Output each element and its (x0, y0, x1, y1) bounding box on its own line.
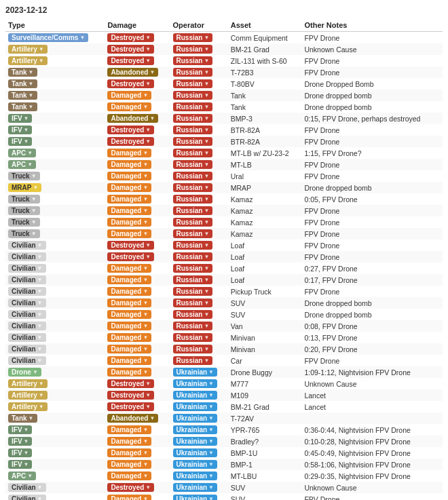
damage-cell[interactable]: Abandoned ▼ (105, 113, 170, 124)
operator-cell[interactable]: Ukrainian ▼ (170, 401, 228, 412)
operator-badge[interactable]: Russian ▼ (173, 275, 213, 284)
damage-cell[interactable]: Damaged ▼ (105, 286, 170, 297)
operator-badge[interactable]: Russian ▼ (173, 345, 213, 353)
damage-badge[interactable]: Damaged ▼ (107, 448, 151, 457)
operator-badge[interactable]: Russian ▼ (173, 252, 213, 261)
operator-cell[interactable]: Ukrainian ▼ (170, 470, 228, 482)
damage-cell[interactable]: Damaged ▼ (105, 228, 170, 239)
damage-cell[interactable]: Damaged ▼ (105, 355, 170, 366)
operator-cell[interactable]: Russian ▼ (170, 78, 228, 90)
damage-badge[interactable]: Damaged ▼ (107, 472, 151, 480)
operator-cell[interactable]: Russian ▼ (170, 205, 228, 216)
type-cell[interactable]: IFV ▼ (5, 136, 105, 147)
type-badge[interactable]: IFV ▼ (8, 437, 32, 446)
damage-cell[interactable]: Destroyed ▼ (105, 78, 170, 90)
type-cell[interactable]: APC ▼ (5, 470, 105, 482)
damage-badge[interactable]: Destroyed ▼ (107, 45, 154, 54)
type-badge[interactable]: Civilian ▼ (8, 241, 46, 250)
type-cell[interactable]: Tank ▼ (5, 101, 105, 113)
type-badge[interactable]: Tank ▼ (8, 102, 37, 111)
operator-cell[interactable]: Ukrainian ▼ (170, 412, 228, 424)
operator-cell[interactable]: Ukrainian ▼ (170, 424, 228, 436)
type-badge[interactable]: MRAP ▼ (8, 183, 41, 192)
operator-cell[interactable]: Russian ▼ (170, 113, 228, 124)
operator-badge[interactable]: Russian ▼ (173, 91, 213, 100)
damage-cell[interactable]: Damaged ▼ (105, 90, 170, 101)
damage-badge[interactable]: Damaged ▼ (107, 91, 151, 100)
operator-cell[interactable]: Russian ▼ (170, 216, 228, 228)
operator-cell[interactable]: Russian ▼ (170, 159, 228, 170)
type-cell[interactable]: MRAP ▼ (5, 182, 105, 193)
operator-cell[interactable]: Russian ▼ (170, 90, 228, 101)
damage-badge[interactable]: Destroyed ▼ (107, 402, 154, 411)
type-badge[interactable]: Artillery ▼ (8, 391, 48, 400)
damage-badge[interactable]: Damaged ▼ (107, 460, 151, 469)
type-cell[interactable]: Artillery ▼ (5, 401, 105, 412)
type-cell[interactable]: Truck ▼ (5, 193, 105, 205)
operator-badge[interactable]: Russian ▼ (173, 229, 213, 238)
operator-badge[interactable]: Russian ▼ (173, 172, 213, 180)
damage-badge[interactable]: Damaged ▼ (107, 345, 151, 353)
operator-badge[interactable]: Russian ▼ (173, 56, 213, 65)
type-badge[interactable]: Truck ▼ (8, 172, 40, 180)
type-badge[interactable]: Civilian ▼ (8, 252, 46, 261)
damage-badge[interactable]: Damaged ▼ (107, 229, 151, 238)
operator-badge[interactable]: Russian ▼ (173, 310, 213, 319)
damage-badge[interactable]: Damaged ▼ (107, 206, 151, 215)
operator-badge[interactable]: Russian ▼ (173, 68, 213, 77)
type-badge[interactable]: IFV ▼ (8, 425, 32, 434)
type-badge[interactable]: Tank ▼ (8, 414, 37, 423)
operator-cell[interactable]: Russian ▼ (170, 147, 228, 159)
damage-cell[interactable]: Abandoned ▼ (105, 66, 170, 78)
operator-cell[interactable]: Russian ▼ (170, 32, 228, 44)
damage-badge[interactable]: Damaged ▼ (107, 172, 151, 180)
damage-cell[interactable]: Damaged ▼ (105, 297, 170, 309)
operator-badge[interactable]: Russian ▼ (173, 206, 213, 215)
operator-cell[interactable]: Russian ▼ (170, 55, 228, 66)
operator-cell[interactable]: Russian ▼ (170, 332, 228, 343)
type-cell[interactable]: IFV ▼ (5, 459, 105, 470)
type-cell[interactable]: Truck ▼ (5, 170, 105, 182)
damage-badge[interactable]: Damaged ▼ (107, 218, 151, 227)
damage-badge[interactable]: Damaged ▼ (107, 356, 151, 365)
type-badge[interactable]: Artillery ▼ (8, 402, 48, 411)
operator-cell[interactable]: Ukrainian ▼ (170, 493, 228, 500)
damage-badge[interactable]: Abandoned ▼ (107, 68, 158, 77)
damage-cell[interactable]: Destroyed ▼ (105, 389, 170, 401)
type-cell[interactable]: IFV ▼ (5, 447, 105, 459)
operator-badge[interactable]: Russian ▼ (173, 287, 213, 296)
type-badge[interactable]: Civilian ▼ (8, 264, 46, 273)
type-badge[interactable]: Truck ▼ (8, 206, 40, 215)
damage-cell[interactable]: Destroyed ▼ (105, 32, 170, 44)
operator-badge[interactable]: Russian ▼ (173, 356, 213, 365)
damage-badge[interactable]: Damaged ▼ (107, 310, 151, 319)
damage-cell[interactable]: Destroyed ▼ (105, 136, 170, 147)
operator-cell[interactable]: Russian ▼ (170, 193, 228, 205)
operator-badge[interactable]: Russian ▼ (173, 160, 213, 169)
type-cell[interactable]: Artillery ▼ (5, 378, 105, 389)
damage-badge[interactable]: Destroyed ▼ (107, 379, 154, 388)
operator-badge[interactable]: Ukrainian ▼ (173, 472, 218, 480)
type-cell[interactable]: Civilian ▼ (5, 251, 105, 263)
type-badge[interactable]: Truck ▼ (8, 195, 40, 204)
damage-cell[interactable]: Damaged ▼ (105, 470, 170, 482)
operator-cell[interactable]: Russian ▼ (170, 66, 228, 78)
damage-badge[interactable]: Destroyed ▼ (107, 391, 154, 400)
damage-badge[interactable]: Destroyed ▼ (107, 252, 154, 261)
operator-badge[interactable]: Russian ▼ (173, 79, 213, 88)
damage-cell[interactable]: Damaged ▼ (105, 332, 170, 343)
damage-cell[interactable]: Damaged ▼ (105, 205, 170, 216)
type-cell[interactable]: IFV ▼ (5, 124, 105, 136)
damage-cell[interactable]: Damaged ▼ (105, 216, 170, 228)
type-badge[interactable]: Civilian ▼ (8, 310, 46, 319)
type-cell[interactable]: Tank ▼ (5, 78, 105, 90)
damage-cell[interactable]: Damaged ▼ (105, 366, 170, 378)
operator-badge[interactable]: Ukrainian ▼ (173, 437, 218, 446)
type-badge[interactable]: Civilian ▼ (8, 483, 46, 492)
damage-cell[interactable]: Destroyed ▼ (105, 251, 170, 263)
operator-cell[interactable]: Russian ▼ (170, 136, 228, 147)
operator-cell[interactable]: Russian ▼ (170, 170, 228, 182)
operator-badge[interactable]: Ukrainian ▼ (173, 414, 218, 423)
type-badge[interactable]: Civilian ▼ (8, 345, 46, 353)
type-cell[interactable]: Civilian ▼ (5, 332, 105, 343)
